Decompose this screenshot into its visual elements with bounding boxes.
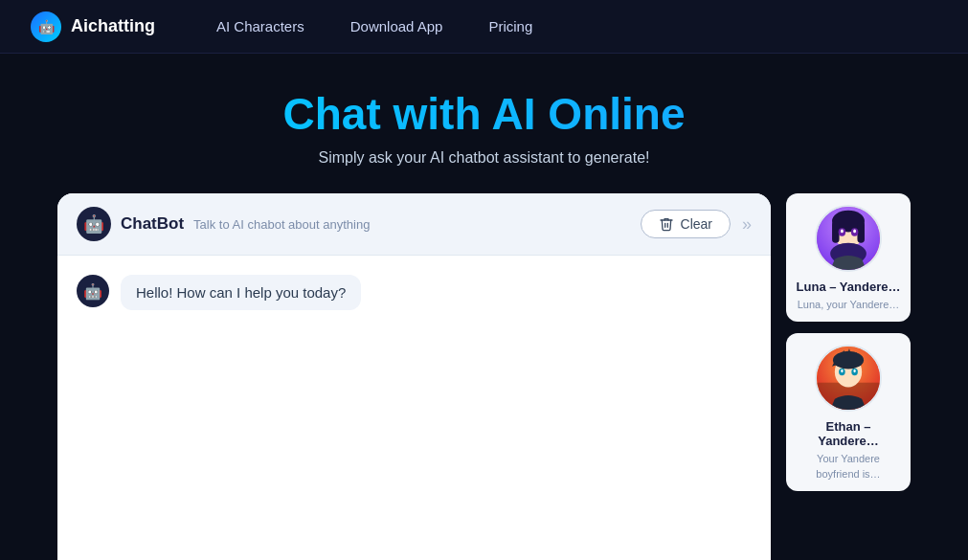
nav-link-pricing[interactable]: Pricing — [465, 0, 555, 54]
character-name-ethan: Ethan – Yandere… — [796, 419, 901, 448]
logo-area[interactable]: 🤖 Aichatting — [31, 11, 155, 42]
svg-point-21 — [853, 370, 855, 372]
nav-link-download-app[interactable]: Download App — [327, 0, 466, 54]
characters-sidebar: Luna – Yandere… Luna, your Yandere… — [786, 193, 911, 560]
chat-container: 🤖 ChatBot Talk to AI chabot about anythi… — [57, 193, 771, 560]
ethan-avatar-image — [817, 345, 880, 412]
character-name-luna: Luna – Yandere… — [797, 280, 901, 294]
logo-icon: 🤖 — [31, 11, 61, 42]
character-avatar-ethan — [815, 345, 882, 412]
chat-header: 🤖 ChatBot Talk to AI chabot about anythi… — [57, 193, 771, 256]
chat-header-actions: Clear » — [641, 210, 752, 238]
message-bubble: Hello! How can I help you today? — [121, 275, 361, 310]
hero-section: Chat with AI Online Simply ask your AI c… — [0, 54, 968, 193]
svg-rect-4 — [832, 221, 840, 243]
character-card-ethan[interactable]: Ethan – Yandere… Your Yandere boyfriend … — [786, 333, 911, 491]
chat-bot-subtitle: Talk to AI chabot about anything — [193, 217, 370, 232]
logo-text: Aichatting — [71, 16, 155, 36]
bot-message-avatar: 🤖 — [77, 275, 109, 307]
main-content: 🤖 ChatBot Talk to AI chabot about anythi… — [0, 193, 968, 560]
character-card-luna[interactable]: Luna – Yandere… Luna, your Yandere… — [786, 193, 911, 322]
trash-icon — [659, 216, 674, 232]
nav-link-ai-characters[interactable]: AI Characters — [193, 0, 327, 54]
chat-messages: 🤖 Hello! How can I help you today? — [57, 256, 771, 560]
hero-title: Chat with AI Online — [19, 88, 949, 140]
svg-point-8 — [841, 230, 844, 234]
message-row: 🤖 Hello! How can I help you today? — [77, 275, 752, 310]
luna-avatar-image — [817, 205, 880, 272]
character-avatar-luna — [815, 205, 882, 272]
chat-bot-icon: 🤖 — [77, 207, 111, 241]
navbar: 🤖 Aichatting AI Characters Download App … — [0, 0, 968, 54]
svg-point-17 — [833, 351, 864, 370]
expand-icon[interactable]: » — [742, 214, 752, 235]
svg-rect-5 — [857, 221, 865, 243]
svg-point-20 — [841, 370, 843, 372]
nav-links: AI Characters Download App Pricing — [193, 0, 555, 54]
character-desc-luna: Luna, your Yandere… — [798, 298, 900, 312]
chat-bot-name: ChatBot — [121, 214, 184, 234]
clear-button[interactable]: Clear — [641, 210, 731, 238]
svg-point-9 — [853, 230, 856, 234]
hero-subtitle: Simply ask your AI chatbot assistant to … — [19, 149, 949, 167]
character-desc-ethan: Your Yandere boyfriend is… — [796, 452, 901, 482]
